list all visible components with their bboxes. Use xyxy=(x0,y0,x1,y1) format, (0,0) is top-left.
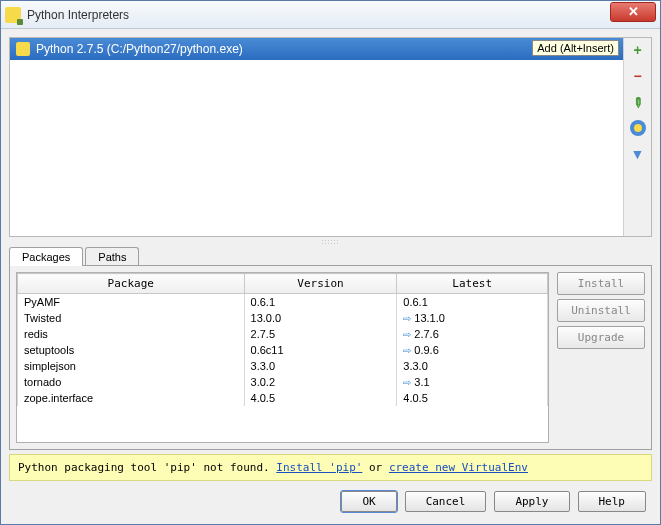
interpreter-row[interactable]: Python 2.7.5 (C:/Python27/python.exe) xyxy=(10,38,623,60)
packages-table: Package Version Latest PyAMF0.6.10.6.1Tw… xyxy=(17,273,548,406)
cancel-button[interactable]: Cancel xyxy=(405,491,487,512)
cell-version: 13.0.0 xyxy=(244,310,397,326)
cell-package: Twisted xyxy=(18,310,245,326)
cell-package: PyAMF xyxy=(18,294,245,311)
add-tooltip: Add (Alt+Insert) xyxy=(532,40,619,56)
warning-text: Python packaging tool 'pip' not found. xyxy=(18,461,276,474)
remove-interpreter-icon[interactable]: − xyxy=(630,68,646,84)
table-row[interactable]: redis2.7.5⇨2.7.6 xyxy=(18,326,548,342)
python-icon xyxy=(16,42,30,56)
cell-version: 3.3.0 xyxy=(244,358,397,374)
cell-package: zope.interface xyxy=(18,390,245,406)
install-pip-link[interactable]: Install 'pip' xyxy=(276,461,362,474)
splitter-handle[interactable]: :::::: xyxy=(9,237,652,245)
update-arrow-icon: ⇨ xyxy=(403,329,411,340)
dialog-buttons: OK Cancel Apply Help xyxy=(9,481,652,516)
cell-latest: ⇨2.7.6 xyxy=(397,326,548,342)
cell-latest: 0.6.1 xyxy=(397,294,548,311)
edit-interpreter-icon[interactable]: ✎ xyxy=(626,91,649,114)
interpreter-toolbar: + − ✎ ▼ xyxy=(623,38,651,236)
table-row[interactable]: zope.interface4.0.54.0.5 xyxy=(18,390,548,406)
install-button[interactable]: Install xyxy=(557,272,645,295)
tabs-bar: Packages Paths xyxy=(9,247,652,266)
window-title: Python Interpreters xyxy=(27,8,610,22)
tab-packages[interactable]: Packages xyxy=(9,247,83,266)
cell-latest: ⇨3.1 xyxy=(397,374,548,390)
cell-version: 2.7.5 xyxy=(244,326,397,342)
pip-warning-bar: Python packaging tool 'pip' not found. I… xyxy=(9,454,652,481)
interpreters-list[interactable]: Python 2.7.5 (C:/Python27/python.exe) xyxy=(10,38,623,236)
table-row[interactable]: Twisted13.0.0⇨13.1.0 xyxy=(18,310,548,326)
cell-latest: 3.3.0 xyxy=(397,358,548,374)
cell-package: redis xyxy=(18,326,245,342)
cell-package: setuptools xyxy=(18,342,245,358)
warning-or: or xyxy=(362,461,389,474)
packages-table-wrap: Package Version Latest PyAMF0.6.10.6.1Tw… xyxy=(16,272,549,443)
table-row[interactable]: simplejson3.3.03.3.0 xyxy=(18,358,548,374)
upgrade-button[interactable]: Upgrade xyxy=(557,326,645,349)
cell-package: simplejson xyxy=(18,358,245,374)
dialog-window: Python Interpreters ✕ Python 2.7.5 (C:/P… xyxy=(0,0,661,525)
package-action-buttons: Install Uninstall Upgrade xyxy=(557,272,645,443)
pycharm-icon xyxy=(5,7,21,23)
tab-content: Package Version Latest PyAMF0.6.10.6.1Tw… xyxy=(9,265,652,450)
apply-button[interactable]: Apply xyxy=(494,491,569,512)
tab-paths[interactable]: Paths xyxy=(85,247,139,266)
interpreter-label: Python 2.7.5 (C:/Python27/python.exe) xyxy=(36,42,243,56)
update-arrow-icon: ⇨ xyxy=(403,345,411,356)
close-button[interactable]: ✕ xyxy=(610,2,656,22)
cell-version: 0.6.1 xyxy=(244,294,397,311)
cell-latest: 4.0.5 xyxy=(397,390,548,406)
ok-button[interactable]: OK xyxy=(341,491,396,512)
content-area: Python 2.7.5 (C:/Python27/python.exe) Ad… xyxy=(1,29,660,524)
col-package[interactable]: Package xyxy=(18,274,245,294)
cell-version: 3.0.2 xyxy=(244,374,397,390)
interpreters-panel: Python 2.7.5 (C:/Python27/python.exe) Ad… xyxy=(9,37,652,237)
cell-version: 0.6c11 xyxy=(244,342,397,358)
table-row[interactable]: PyAMF0.6.10.6.1 xyxy=(18,294,548,311)
cell-latest: ⇨13.1.0 xyxy=(397,310,548,326)
create-virtualenv-link[interactable]: create new VirtualEnv xyxy=(389,461,528,474)
table-row[interactable]: setuptools0.6c11⇨0.9.6 xyxy=(18,342,548,358)
titlebar[interactable]: Python Interpreters ✕ xyxy=(1,1,660,29)
uninstall-button[interactable]: Uninstall xyxy=(557,299,645,322)
table-row[interactable]: tornado3.0.2⇨3.1 xyxy=(18,374,548,390)
add-interpreter-icon[interactable]: + xyxy=(630,42,646,58)
filter-icon[interactable]: ▼ xyxy=(630,146,646,162)
update-arrow-icon: ⇨ xyxy=(403,377,411,388)
cell-package: tornado xyxy=(18,374,245,390)
python-env-icon[interactable] xyxy=(630,120,646,136)
cell-latest: ⇨0.9.6 xyxy=(397,342,548,358)
help-button[interactable]: Help xyxy=(578,491,647,512)
col-latest[interactable]: Latest xyxy=(397,274,548,294)
update-arrow-icon: ⇨ xyxy=(403,313,411,324)
col-version[interactable]: Version xyxy=(244,274,397,294)
cell-version: 4.0.5 xyxy=(244,390,397,406)
